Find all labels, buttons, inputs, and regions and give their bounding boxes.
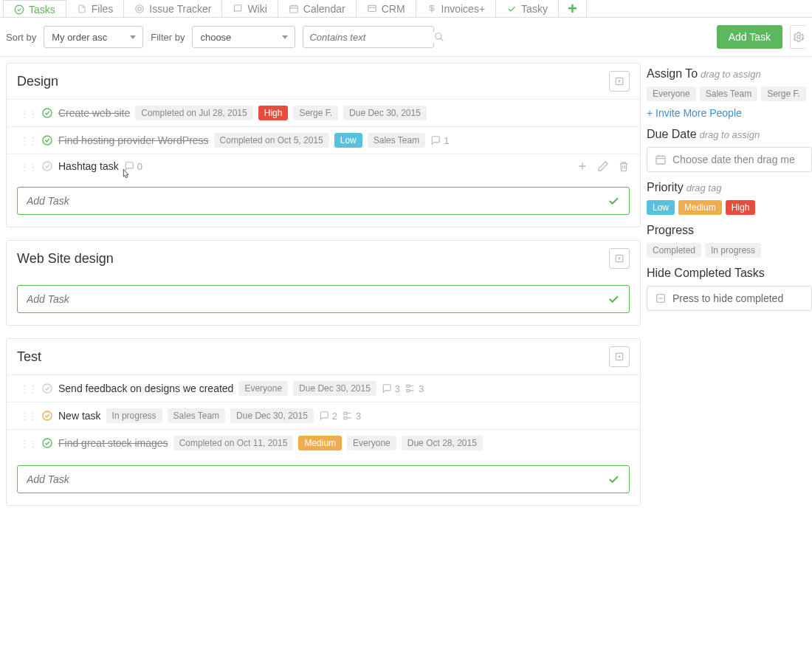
status-check-icon[interactable] xyxy=(41,107,53,119)
minus-square-icon xyxy=(655,292,667,304)
tab-tasky[interactable]: Tasky xyxy=(496,0,559,18)
drag-handle-icon[interactable]: ⋮⋮ xyxy=(20,411,36,422)
dollar-icon xyxy=(427,4,437,14)
comments-meta: 2 xyxy=(319,411,337,422)
svg-rect-4 xyxy=(368,5,376,11)
sort-value: My order asc xyxy=(52,32,107,43)
target-icon xyxy=(134,4,145,14)
calendar-icon xyxy=(655,154,667,165)
assignee-chip: Sales Team xyxy=(168,408,225,423)
assign-chip[interactable]: Everyone xyxy=(647,86,696,101)
tab-files[interactable]: Files xyxy=(66,0,125,18)
add-task-input[interactable] xyxy=(27,195,607,207)
task-name: Find great stock images xyxy=(58,437,168,449)
confirm-add-icon[interactable] xyxy=(607,473,620,486)
add-task-input[interactable] xyxy=(27,293,607,305)
due-title: Due Date xyxy=(647,128,697,140)
subtasks-meta: 3 xyxy=(343,411,361,422)
check-icon xyxy=(14,4,24,15)
delete-icon[interactable] xyxy=(618,160,630,172)
svg-point-9 xyxy=(43,136,52,145)
assign-chip[interactable]: Serge F. xyxy=(761,86,806,101)
status-check-icon[interactable] xyxy=(41,383,53,394)
comments-meta: 3 xyxy=(382,383,400,394)
due-date-picker[interactable]: Choose date then drag me xyxy=(647,147,812,172)
priority-chip-high[interactable]: High xyxy=(726,200,756,215)
cursor-icon xyxy=(120,168,131,181)
assignee-chip: Serge F. xyxy=(293,106,338,120)
toolbar: Sort by My order asc Filter by choose Ad… xyxy=(0,18,812,57)
assignee-chip: Sales Team xyxy=(368,133,425,148)
due-placeholder: Choose date then drag me xyxy=(672,154,795,165)
confirm-add-icon[interactable] xyxy=(607,194,620,208)
edit-icon[interactable] xyxy=(597,160,609,172)
settings-button[interactable] xyxy=(790,25,806,49)
tab-invoices[interactable]: Invoices+ xyxy=(416,0,497,18)
drag-handle-icon[interactable]: ⋮⋮ xyxy=(20,108,36,119)
svg-point-5 xyxy=(436,33,441,39)
book-icon xyxy=(233,4,243,14)
add-task-input[interactable] xyxy=(27,473,607,485)
tab-label: Files xyxy=(92,3,114,15)
confirm-add-icon[interactable] xyxy=(607,292,620,306)
hide-label: Press to hide completed xyxy=(672,292,783,304)
sort-select[interactable]: My order asc xyxy=(44,26,143,48)
invite-link[interactable]: + Invite More People xyxy=(647,107,742,119)
priority-hint: drag tag xyxy=(687,182,722,193)
tab-tasks[interactable]: Tasks xyxy=(3,0,66,18)
calendar-icon xyxy=(289,4,299,14)
status-chip: Completed on Oct 5, 2015 xyxy=(214,133,329,148)
priority-chip-low[interactable]: Low xyxy=(647,200,675,215)
tab-crm[interactable]: CRM xyxy=(357,0,416,18)
progress-chip-in-progress[interactable]: In progress xyxy=(705,243,761,258)
main-column: Design ⋮⋮ Create web site Completed on J… xyxy=(0,57,647,548)
svg-point-2 xyxy=(138,7,142,11)
drag-handle-icon[interactable]: ⋮⋮ xyxy=(20,135,36,146)
tab-calendar[interactable]: Calendar xyxy=(278,0,357,18)
task-row[interactable]: ⋮⋮ Hashtag task 0 xyxy=(7,154,640,178)
add-tab-button[interactable]: + xyxy=(559,0,587,18)
hide-completed-button[interactable]: Press to hide completed xyxy=(647,286,812,311)
svg-point-8 xyxy=(43,109,52,117)
add-task-button[interactable]: Add Task xyxy=(717,25,782,49)
status-check-icon[interactable] xyxy=(41,437,53,449)
add-subtask-icon[interactable] xyxy=(577,160,588,172)
comments-meta: 1 xyxy=(430,135,449,146)
tab-wiki[interactable]: Wiki xyxy=(222,0,278,18)
main-tabs: Tasks Files Issue Tracker Wiki Calendar … xyxy=(0,0,812,18)
filter-select[interactable]: choose xyxy=(192,26,295,48)
assign-chip[interactable]: Sales Team xyxy=(700,86,757,101)
task-row[interactable]: ⋮⋮ New task In progress Sales Team Due D… xyxy=(7,402,640,429)
status-chip: Completed on Jul 28, 2015 xyxy=(135,106,252,120)
section-web-site-design: Web Site design xyxy=(6,240,641,326)
task-row[interactable]: ⋮⋮ Find great stock images Completed on … xyxy=(7,429,640,456)
task-name: Create web site xyxy=(58,107,130,119)
priority-chip: Low xyxy=(334,133,362,148)
status-check-icon[interactable] xyxy=(41,134,53,146)
assign-hint: drag to assign xyxy=(701,69,761,80)
tab-label: Tasks xyxy=(29,4,55,16)
progress-title: Progress xyxy=(647,224,694,236)
tab-issue-tracker[interactable]: Issue Tracker xyxy=(124,0,222,18)
priority-chip-medium[interactable]: Medium xyxy=(678,200,722,215)
section-add-button[interactable] xyxy=(609,248,630,269)
task-name: Find hosting provider WordPress xyxy=(58,134,209,146)
section-design: Design ⋮⋮ Create web site Completed on J… xyxy=(6,63,641,227)
section-add-button[interactable] xyxy=(609,71,630,92)
drag-handle-icon[interactable]: ⋮⋮ xyxy=(20,161,36,172)
drag-handle-icon[interactable]: ⋮⋮ xyxy=(20,383,36,394)
priority-title: Priority xyxy=(647,181,684,193)
task-name: Hashtag task xyxy=(58,160,119,172)
status-check-icon[interactable] xyxy=(41,410,53,422)
section-add-button[interactable] xyxy=(609,346,630,367)
drag-handle-icon[interactable]: ⋮⋮ xyxy=(20,438,36,449)
task-row[interactable]: ⋮⋮ Create web site Completed on Jul 28, … xyxy=(7,99,640,126)
progress-chip-completed[interactable]: Completed xyxy=(647,243,701,258)
search-input[interactable] xyxy=(309,32,434,43)
status-check-icon[interactable] xyxy=(41,160,53,172)
add-task-input-box xyxy=(17,285,630,313)
task-name: New task xyxy=(58,410,101,422)
svg-point-16 xyxy=(43,411,52,420)
task-row[interactable]: ⋮⋮ Send feedback on designs we created E… xyxy=(7,374,640,402)
task-row[interactable]: ⋮⋮ Find hosting provider WordPress Compl… xyxy=(7,126,640,154)
